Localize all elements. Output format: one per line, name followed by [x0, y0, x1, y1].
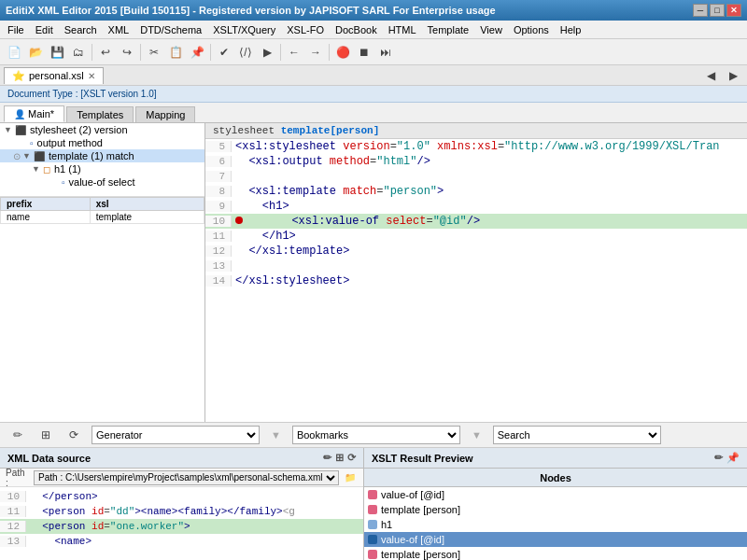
debug-start-button[interactable]: 🔴: [332, 42, 353, 63]
menu-xslfo[interactable]: XSL-FO: [281, 22, 330, 37]
save-button[interactable]: 💾: [47, 42, 67, 63]
xml-line-num-10: 10: [0, 491, 26, 502]
generator-select[interactable]: Generator: [92, 426, 260, 444]
prefix-col-header: prefix: [1, 198, 91, 211]
debug-marker-icon: ⊙: [13, 151, 21, 161]
xml-line-13: 13 <name>: [0, 534, 363, 549]
menu-help[interactable]: Help: [555, 22, 587, 37]
search-select[interactable]: Search: [493, 426, 661, 444]
xml-refresh-icon[interactable]: ⟳: [347, 452, 356, 464]
tab-main[interactable]: 👤 Main*: [4, 105, 64, 122]
xml-edit-icon[interactable]: ✏: [323, 452, 331, 464]
line-content-10: <xsl:value-of select="@id"/>: [232, 215, 480, 228]
forward-button[interactable]: →: [305, 42, 326, 63]
result-pin-icon[interactable]: 📌: [726, 452, 740, 464]
xml-grid-icon[interactable]: ⊞: [335, 452, 344, 464]
node-item-1[interactable]: template [person]: [364, 502, 747, 517]
prefix-table-container: prefix xsl name template: [0, 196, 204, 224]
menu-xml[interactable]: XML: [103, 22, 135, 37]
node-dot-4: [368, 550, 377, 559]
menu-html[interactable]: HTML: [383, 22, 422, 37]
minimize-button[interactable]: ─: [693, 4, 708, 17]
line-num-6: 6: [205, 156, 232, 167]
line-content-12: </xsl:template>: [232, 245, 349, 258]
cut-button[interactable]: ✂: [144, 42, 164, 63]
line-num-7: 7: [205, 171, 232, 182]
code-tool-btn-1[interactable]: ✏: [7, 425, 28, 445]
tab-nav-left[interactable]: ◀: [700, 65, 721, 86]
line-num-13: 13: [205, 260, 232, 272]
node-label-1: template [person]: [381, 504, 460, 515]
redo-button[interactable]: ↪: [117, 42, 137, 63]
xml-line-num-11: 11: [0, 506, 26, 517]
toolbar-sep-4: [280, 44, 281, 61]
menu-xslt[interactable]: XSLT/XQuery: [207, 22, 281, 37]
result-edit-icon[interactable]: ✏: [714, 452, 723, 464]
toolbar-sep-bk: ▼: [472, 429, 482, 441]
menu-search[interactable]: Search: [59, 22, 103, 37]
tab-templates[interactable]: Templates: [66, 106, 134, 122]
main-toolbar: 📄 📂 💾 🗂 ↩ ↪ ✂ 📋 📌 ✔ ⟨/⟩ ▶ ← → 🔴 ⏹ ⏭: [0, 39, 747, 65]
maximize-button[interactable]: □: [710, 4, 725, 17]
xml-path-browse[interactable]: 📁: [343, 470, 358, 485]
toolbar-sep-1: [92, 44, 92, 61]
menu-view[interactable]: View: [474, 22, 508, 37]
close-button[interactable]: ✕: [726, 4, 741, 17]
code-tool-btn-2[interactable]: ⊞: [35, 425, 56, 445]
new-button[interactable]: 📄: [4, 42, 24, 63]
view-tabs: 👤 Main* Templates Mapping: [0, 103, 747, 123]
menu-dtd[interactable]: DTD/Schema: [134, 22, 207, 37]
open-button[interactable]: 📂: [25, 42, 46, 63]
xml-path-bar: Path : Path : C:\Users\empire\myProject\…: [0, 469, 363, 487]
code-line-9: 9 <h1>: [205, 199, 747, 214]
valueof-icon: ▫: [62, 177, 65, 188]
line-content-13: [232, 259, 242, 273]
validate-button[interactable]: ✔: [214, 42, 234, 63]
tree-item-template[interactable]: ⊙ ▼ ⬛ template (1) match: [0, 149, 204, 162]
node-item-4[interactable]: template [person]: [364, 547, 747, 560]
tree-item-h1[interactable]: ▼ ◻ h1 (1): [0, 162, 204, 175]
menu-file[interactable]: File: [2, 22, 30, 37]
run-button[interactable]: ▶: [257, 42, 277, 63]
node-item-2[interactable]: h1: [364, 517, 747, 532]
nodes-header-label: Nodes: [540, 472, 571, 483]
tree-item-output[interactable]: ▶ ▫ output method: [0, 136, 204, 149]
tree-label-output: output method: [37, 137, 103, 148]
undo-button[interactable]: ↩: [95, 42, 116, 63]
tree-item-valueof[interactable]: ▶ ▫ value-of select: [0, 175, 204, 189]
line-num-14: 14: [205, 275, 232, 287]
xml-path-select[interactable]: Path : C:\Users\empire\myProject\samples…: [34, 470, 339, 485]
node-label-0: value-of [@id]: [381, 489, 444, 500]
menu-edit[interactable]: Edit: [30, 22, 59, 37]
lower-area: XML Data source ✏ ⊞ ⟳ Path : Path : C:\U…: [0, 448, 747, 560]
tab-nav-right[interactable]: ▶: [723, 65, 743, 86]
menu-options[interactable]: Options: [508, 22, 555, 37]
debug-stop-button[interactable]: ⏹: [354, 42, 374, 63]
menu-docbook[interactable]: DocBook: [330, 22, 383, 37]
xml-line-num-13: 13: [0, 536, 26, 547]
line-content-5: <xsl:stylesheet version="1.0" xmlns:xsl=…: [232, 140, 720, 153]
format-button[interactable]: ⟨/⟩: [235, 42, 256, 63]
copy-button[interactable]: 📋: [165, 42, 186, 63]
h1-icon: ◻: [43, 164, 50, 175]
stylesheet-icon: ⬛: [15, 125, 26, 135]
output-icon: ▫: [30, 138, 34, 148]
node-label-3: value-of [@id]: [381, 534, 444, 545]
templates-tab-label: Templates: [77, 109, 123, 120]
code-line-10: 10 <xsl:value-of select="@id"/>: [205, 214, 747, 229]
doc-tab-personal-xsl[interactable]: ⭐ personal.xsl ✕: [4, 67, 104, 84]
debug-step-button[interactable]: ⏭: [375, 42, 396, 63]
back-button[interactable]: ←: [284, 42, 304, 63]
tree-item-stylesheet[interactable]: ▼ ⬛ stylesheet (2) version: [0, 123, 204, 136]
save-all-button[interactable]: 🗂: [68, 42, 89, 63]
node-item-3[interactable]: value-of [@id]: [364, 532, 747, 547]
paste-button[interactable]: 📌: [187, 42, 207, 63]
bookmarks-select[interactable]: Bookmarks: [292, 426, 460, 444]
node-item-0[interactable]: value-of [@id]: [364, 487, 747, 502]
code-line-12: 12 </xsl:template>: [205, 244, 747, 259]
tab-mapping[interactable]: Mapping: [135, 106, 195, 122]
code-line-11: 11 </h1>: [205, 229, 747, 244]
menu-template[interactable]: Template: [422, 22, 475, 37]
code-tool-btn-3[interactable]: ⟳: [63, 425, 84, 445]
doc-tab-close-button[interactable]: ✕: [88, 71, 95, 81]
